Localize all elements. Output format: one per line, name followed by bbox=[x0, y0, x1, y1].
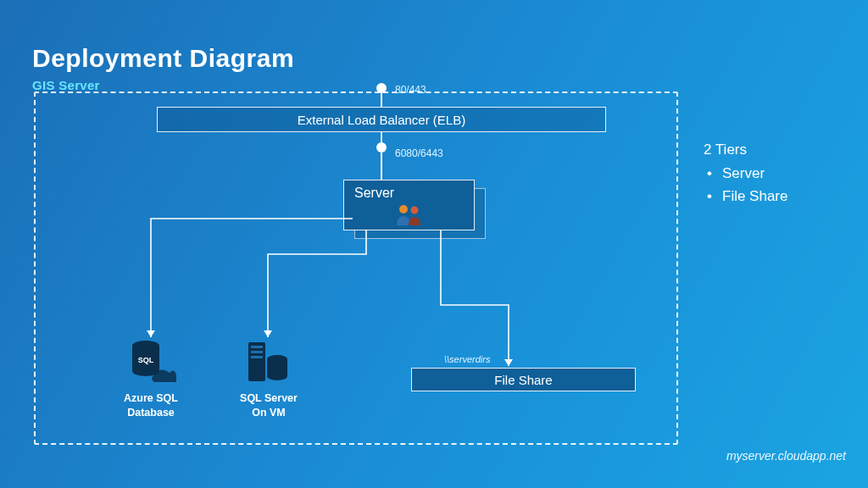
azure-sql-caption: Azure SQL Database bbox=[100, 391, 202, 420]
elb-label: External Load Balancer (ELB) bbox=[298, 113, 465, 127]
sqlvm-caption-l1: SQL Server bbox=[240, 392, 298, 404]
port-label-external: 80/443 bbox=[395, 84, 426, 96]
svg-text:SQL: SQL bbox=[138, 356, 154, 364]
fileshare-label: File Share bbox=[494, 373, 552, 387]
port-label-internal: 6080/6443 bbox=[395, 147, 443, 159]
sqlvm-caption-l2: On VM bbox=[252, 407, 286, 419]
tiers-title: 2 Tiers bbox=[704, 139, 787, 161]
port-stem-internal bbox=[381, 152, 382, 180]
server-box: Server bbox=[343, 180, 475, 230]
svg-point-0 bbox=[399, 205, 408, 214]
tiers-item: Server bbox=[707, 163, 787, 185]
tiers-notes: 2 Tiers Server File Share bbox=[704, 139, 787, 208]
fileshare-path-label: \\serverdirs bbox=[444, 354, 490, 364]
port-marker-internal bbox=[376, 142, 387, 152]
svg-rect-11 bbox=[251, 356, 263, 358]
server-label: Server bbox=[354, 186, 394, 201]
svg-rect-9 bbox=[251, 346, 263, 348]
port-marker-external bbox=[376, 83, 387, 93]
svg-point-1 bbox=[410, 207, 418, 214]
azure-sql-database-icon: SQL bbox=[125, 339, 176, 385]
tiers-item: File Share bbox=[707, 186, 787, 208]
azure-sql-caption-l1: Azure SQL bbox=[124, 392, 178, 404]
footer-url: myserver.cloudapp.net bbox=[726, 449, 846, 463]
users-icon bbox=[393, 203, 426, 225]
sqlvm-caption: SQL Server On VM bbox=[218, 391, 320, 420]
fileshare-box: File Share bbox=[411, 368, 636, 391]
page-subtitle: GIS Server bbox=[32, 78, 100, 92]
elb-box: External Load Balancer (ELB) bbox=[157, 107, 606, 132]
port-stem-external bbox=[381, 93, 382, 107]
azure-sql-caption-l2: Database bbox=[127, 407, 175, 419]
svg-rect-10 bbox=[251, 351, 263, 353]
sql-server-vm-icon bbox=[242, 339, 292, 385]
page-title: Deployment Diagram bbox=[32, 44, 294, 73]
